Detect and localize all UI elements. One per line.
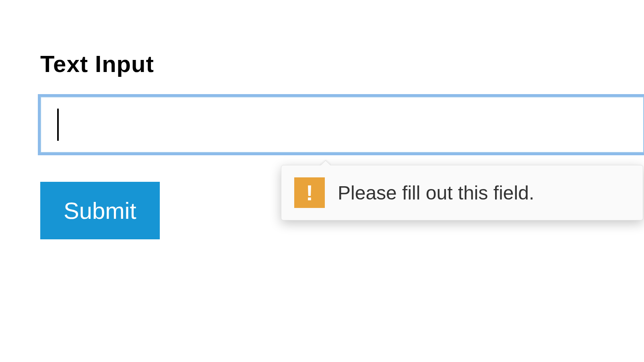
tooltip-arrow: [320, 160, 331, 165]
input-label: Text Input: [40, 50, 644, 77]
warning-icon: !: [294, 177, 325, 208]
input-wrapper: [40, 97, 644, 153]
validation-tooltip: ! Please fill out this field.: [281, 165, 643, 220]
text-input[interactable]: [40, 97, 644, 153]
validation-message: Please fill out this field.: [338, 182, 534, 204]
exclamation-icon: !: [306, 182, 313, 204]
submit-button[interactable]: Submit: [40, 182, 160, 239]
